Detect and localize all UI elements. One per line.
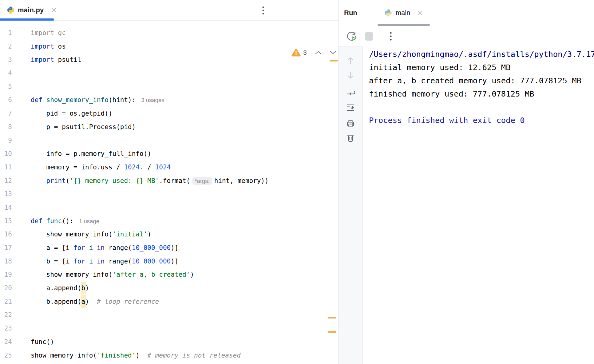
- code-text[interactable]: p = psutil.Process(pid): [28, 121, 136, 134]
- line-number[interactable]: 7: [0, 107, 28, 121]
- line-number[interactable]: 21: [0, 295, 28, 309]
- print-icon[interactable]: [346, 119, 355, 129]
- line-number[interactable]: 15: [0, 215, 28, 228]
- run-content: /Users/zhongmingmao/.asdf/installs/pytho…: [339, 46, 594, 364]
- line-number[interactable]: 13: [0, 188, 28, 201]
- code-text[interactable]: show_memory_info('after a, b created'): [28, 268, 194, 282]
- code-line[interactable]: 16 show_memory_info('initial'): [0, 228, 338, 241]
- up-arrow-icon[interactable]: [346, 56, 355, 65]
- code-text[interactable]: print('{} memory used: {} MB'.format(*ar…: [28, 174, 269, 188]
- editor-pane: main.py 1import gc2import os3import psut…: [0, 0, 338, 364]
- inspections-widget[interactable]: 3: [291, 48, 336, 57]
- tab-run-main[interactable]: main: [379, 0, 427, 26]
- code-line[interactable]: 10 info = p.memory_full_info(): [0, 147, 338, 161]
- soft-wrap-icon[interactable]: [346, 89, 355, 98]
- code-text[interactable]: [28, 80, 35, 94]
- line-number[interactable]: 17: [0, 241, 28, 255]
- kebab-dots-icon: [390, 32, 392, 41]
- code-line[interactable]: 9: [0, 134, 338, 148]
- toolbar-separator: [382, 31, 382, 42]
- code-line[interactable]: 20 a.append(b): [0, 282, 338, 295]
- code-line[interactable]: 3import psutil: [0, 53, 338, 67]
- code-text[interactable]: a = [i for i in range(10_000_000)]: [28, 241, 179, 255]
- pycharm-window: main.py 1import gc2import os3import psut…: [0, 0, 594, 364]
- line-number[interactable]: 14: [0, 201, 28, 215]
- code-line[interactable]: 4: [0, 67, 338, 80]
- code-line[interactable]: 15def func():1 usage: [0, 215, 338, 228]
- code-text[interactable]: [28, 67, 35, 80]
- code-line[interactable]: 22: [0, 308, 338, 322]
- editor-body: 1import gc2import os3import psutil4 5 6d…: [0, 21, 338, 364]
- line-number[interactable]: 23: [0, 322, 28, 335]
- code-line[interactable]: 1import gc: [0, 26, 338, 40]
- code-text[interactable]: def func():1 usage: [28, 215, 99, 228]
- prev-problem-icon[interactable]: [315, 50, 322, 55]
- code-line[interactable]: 25show_memory_info('finished') # memory …: [0, 349, 338, 362]
- code-line[interactable]: 11 memory = info.uss / 1024. / 1024: [0, 161, 338, 174]
- code-text[interactable]: [28, 188, 35, 201]
- line-number[interactable]: 11: [0, 161, 28, 174]
- line-number[interactable]: 20: [0, 282, 28, 295]
- run-tab-title: main: [396, 9, 410, 17]
- code-line[interactable]: 14: [0, 201, 338, 215]
- close-tab-icon[interactable]: [51, 8, 56, 13]
- clear-trash-icon[interactable]: [345, 133, 356, 143]
- code-text[interactable]: a.append(b): [28, 282, 89, 295]
- code-text[interactable]: show_memory_info('initial'): [28, 228, 151, 241]
- rerun-button[interactable]: [346, 31, 357, 42]
- line-number[interactable]: 22: [0, 308, 28, 322]
- code-text[interactable]: b.append(a) # loop reference: [28, 295, 159, 309]
- line-number[interactable]: 19: [0, 268, 28, 282]
- code-text[interactable]: show_memory_info('finished') # memory is…: [28, 349, 241, 362]
- code-text[interactable]: pid = os.getpid(): [28, 107, 113, 121]
- code-text[interactable]: memory = info.uss / 1024. / 1024: [28, 161, 171, 174]
- code-text[interactable]: b = [i for i in range(10_000_000)]: [28, 255, 179, 268]
- line-number[interactable]: 10: [0, 147, 28, 161]
- close-run-tab-icon[interactable]: [417, 10, 422, 15]
- down-arrow-icon[interactable]: [346, 71, 355, 80]
- code-line[interactable]: 21 b.append(a) # loop reference: [0, 295, 338, 309]
- code-text[interactable]: [28, 322, 35, 335]
- line-number[interactable]: 12: [0, 174, 28, 188]
- code-line[interactable]: 18 b = [i for i in range(10_000_000)]: [0, 255, 338, 268]
- code-line[interactable]: 19 show_memory_info('after a, b created'…: [0, 268, 338, 282]
- code-text[interactable]: [28, 134, 35, 148]
- code-line[interactable]: 12 print('{} memory used: {} MB'.format(…: [0, 174, 338, 188]
- line-number[interactable]: 18: [0, 255, 28, 268]
- line-number[interactable]: 6: [0, 93, 28, 107]
- stop-button[interactable]: [365, 32, 373, 41]
- editor-options-kebab-icon[interactable]: [260, 5, 266, 16]
- line-number[interactable]: 25: [0, 349, 28, 362]
- line-number[interactable]: 4: [0, 67, 28, 80]
- run-options-kebab-icon[interactable]: [387, 32, 394, 41]
- line-number[interactable]: 5: [0, 80, 28, 94]
- code-line[interactable]: 13: [0, 188, 338, 201]
- code-line[interactable]: 7 pid = os.getpid(): [0, 107, 338, 121]
- line-number[interactable]: 9: [0, 134, 28, 148]
- scroll-to-end-icon[interactable]: [346, 103, 355, 112]
- code-line[interactable]: 17 a = [i for i in range(10_000_000)]: [0, 241, 338, 255]
- code-line[interactable]: 8 p = psutil.Process(pid): [0, 121, 338, 134]
- line-number[interactable]: 24: [0, 335, 28, 349]
- code-text[interactable]: import psutil: [28, 53, 81, 67]
- line-number[interactable]: 8: [0, 121, 28, 134]
- line-number[interactable]: 3: [0, 53, 28, 67]
- line-number[interactable]: 1: [0, 26, 28, 40]
- code-line[interactable]: 2import os: [0, 40, 338, 53]
- tab-main-py[interactable]: main.py: [0, 0, 62, 20]
- code-line[interactable]: 5: [0, 80, 338, 94]
- line-number[interactable]: 16: [0, 228, 28, 241]
- code-line[interactable]: 23: [0, 322, 338, 335]
- code-line[interactable]: 6def show_memory_info(hint):3 usages: [0, 93, 338, 107]
- code-text[interactable]: import gc: [28, 26, 66, 40]
- rerun-icon: [346, 31, 357, 42]
- code-text[interactable]: def show_memory_info(hint):3 usages: [28, 93, 164, 107]
- code-text[interactable]: [28, 308, 35, 322]
- line-number[interactable]: 2: [0, 40, 28, 53]
- code-text[interactable]: [28, 201, 35, 215]
- code-text[interactable]: info = p.memory_full_info(): [28, 147, 151, 161]
- code-line[interactable]: 24func(): [0, 335, 338, 349]
- code-text[interactable]: import os: [28, 40, 66, 53]
- next-problem-icon[interactable]: [330, 50, 336, 55]
- code-text[interactable]: func(): [28, 335, 54, 349]
